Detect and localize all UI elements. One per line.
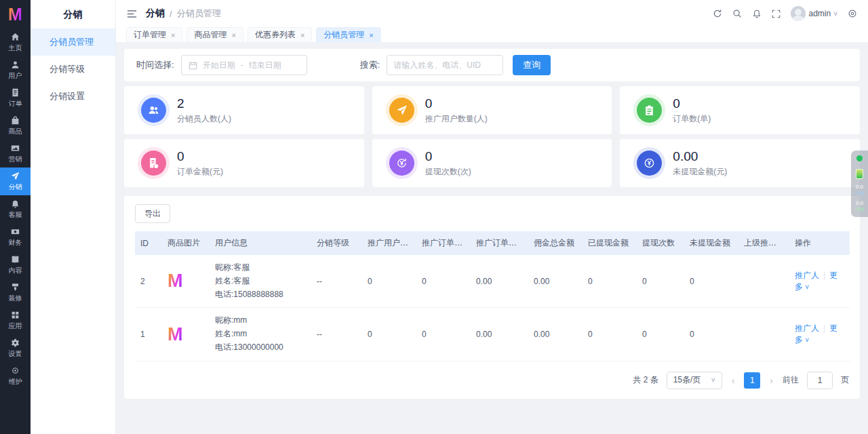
user-name-line: 姓名:客服 bbox=[215, 275, 306, 288]
primary-sidebar: M 主页 用户 订单 商品 营销 分销 客服 财务 内容 装修 应用 bbox=[0, 0, 31, 434]
sidebar-item-decorate[interactable]: 装修 bbox=[0, 279, 31, 307]
stat-value: 0 bbox=[425, 149, 471, 164]
close-icon[interactable]: × bbox=[171, 31, 175, 39]
user-name-line: 姓名:mm bbox=[215, 328, 306, 341]
tab-order-manage[interactable]: 订单管理 × bbox=[126, 27, 182, 42]
table-header-row: ID 商品图片 用户信息 分销等级 推广用户数量 推广订单数量 推广订单金额 佣… bbox=[135, 231, 850, 255]
page-number-1[interactable]: 1 bbox=[744, 372, 760, 389]
search-input[interactable] bbox=[387, 55, 503, 75]
cell-actions: 推广人|更多 ˅ bbox=[789, 255, 850, 308]
cell-level: -- bbox=[311, 255, 362, 308]
stat-card-distributor-count: 2 分销员人数(人) bbox=[124, 86, 364, 134]
secondary-sidebar: 分销 分销员管理 分销等级 分销设置 bbox=[31, 0, 116, 434]
stat-card-order-count: 0 订单数(单) bbox=[620, 86, 860, 134]
sidebar-item-marketing[interactable]: 营销 bbox=[0, 140, 31, 167]
sidebar-item-distribution[interactable]: 分销 bbox=[0, 167, 31, 195]
close-icon[interactable]: × bbox=[300, 31, 304, 39]
marketing-icon bbox=[11, 144, 20, 153]
search-icon[interactable] bbox=[732, 9, 742, 18]
home-icon bbox=[11, 33, 20, 41]
sidebar-item-finance[interactable]: 财务 bbox=[0, 223, 31, 251]
sidebar-item-product[interactable]: 商品 bbox=[0, 112, 31, 140]
tab-label: 分销员管理 bbox=[323, 29, 364, 41]
promoter-link[interactable]: 推广人 bbox=[795, 271, 819, 280]
sidebar-item-label: 设置 bbox=[9, 349, 22, 359]
clipboard-icon bbox=[637, 98, 662, 123]
main-area: 分销 / 分销员管理 admin ˅ bbox=[116, 0, 868, 434]
sidebar-item-settings[interactable]: 设置 bbox=[0, 334, 31, 362]
col-promo-orders: 推广订单数量 bbox=[416, 231, 471, 255]
sidebar-item-apps[interactable]: 应用 bbox=[0, 307, 31, 334]
cell-commission-total: 0.00 bbox=[528, 308, 583, 361]
tab-coupon-list[interactable]: 优惠券列表 × bbox=[248, 27, 312, 42]
query-button[interactable]: 查询 bbox=[513, 55, 551, 75]
date-range-picker[interactable]: 开始日期 - 结束日期 bbox=[181, 55, 307, 75]
sidebar-item-label: 主页 bbox=[9, 43, 22, 53]
page-size-select[interactable]: 15条/页 ˅ bbox=[667, 372, 722, 389]
sidebar-item-label: 内容 bbox=[9, 266, 22, 275]
sidebar-item-service[interactable]: 客服 bbox=[0, 195, 31, 223]
paint-icon bbox=[11, 283, 20, 292]
sidebar-item-home[interactable]: 主页 bbox=[0, 28, 31, 56]
stat-value: 2 bbox=[177, 96, 231, 111]
close-icon[interactable]: × bbox=[231, 31, 235, 39]
sidebar-item-content[interactable]: 内容 bbox=[0, 251, 31, 279]
cell-parent-promoter bbox=[738, 255, 789, 308]
cell-promo-users: 0 bbox=[362, 308, 416, 361]
goto-label: 前往 bbox=[783, 374, 799, 386]
submenu-item-distribution-level[interactable]: 分销等级 bbox=[31, 56, 115, 83]
col-parent-promoter: 上级推广人 bbox=[738, 231, 789, 255]
fullscreen-icon[interactable] bbox=[772, 9, 781, 18]
date-end-placeholder: 结束日期 bbox=[249, 60, 281, 71]
submenu-item-distributor-manage[interactable]: 分销员管理 bbox=[31, 28, 115, 56]
export-button[interactable]: 导出 bbox=[135, 204, 170, 223]
theme-settings-icon[interactable] bbox=[848, 9, 857, 18]
sidebar-item-order[interactable]: 订单 bbox=[0, 84, 31, 112]
distributor-table-card: 导出 ID 商品图片 用户信息 分销等级 推广用户数量 推广订单数量 推广 bbox=[124, 196, 860, 399]
close-icon[interactable]: × bbox=[369, 31, 373, 39]
refresh-icon[interactable] bbox=[713, 9, 722, 18]
chevron-down-icon[interactable]: ˅ bbox=[805, 283, 809, 291]
cell-withdraw-count: 0 bbox=[637, 255, 684, 308]
cell-promo-order-amount: 0.00 bbox=[471, 308, 528, 361]
gear-outline-icon bbox=[11, 366, 20, 375]
prev-page-icon[interactable]: ‹ bbox=[730, 375, 736, 386]
sidebar-item-label: 维护 bbox=[9, 377, 22, 387]
notification-bell-icon[interactable] bbox=[752, 9, 762, 18]
cell-level: -- bbox=[311, 308, 362, 361]
cell-avatar: M bbox=[162, 255, 210, 308]
stat-label: 订单数(单) bbox=[673, 113, 711, 125]
sidebar-item-label: 商品 bbox=[9, 127, 22, 136]
breadcrumb-separator: / bbox=[170, 9, 172, 19]
yuan-circle-icon bbox=[637, 151, 662, 176]
stat-label: 未提现金额(元) bbox=[673, 166, 727, 178]
chevron-down-icon: ˅ bbox=[833, 10, 837, 18]
user-name: admin bbox=[808, 9, 831, 18]
breadcrumb-section[interactable]: 分销 bbox=[146, 7, 165, 20]
stat-value: 0 bbox=[673, 96, 711, 111]
sidebar-item-user[interactable]: 用户 bbox=[0, 56, 31, 84]
sidebar-item-label: 装修 bbox=[9, 294, 22, 303]
date-separator: - bbox=[241, 60, 243, 70]
tab-product-manage[interactable]: 商品管理 × bbox=[186, 27, 243, 42]
user-menu[interactable]: admin ˅ bbox=[791, 6, 837, 21]
collapse-menu-icon[interactable] bbox=[127, 9, 137, 19]
goto-page-input[interactable] bbox=[807, 372, 833, 389]
submenu-item-distribution-settings[interactable]: 分销设置 bbox=[31, 83, 115, 110]
invoice-money-icon bbox=[141, 151, 166, 176]
stat-value: 0.00 bbox=[673, 149, 727, 164]
promoter-link[interactable]: 推广人 bbox=[795, 323, 819, 333]
upload-speed: 0.0 ↑K/s bbox=[855, 184, 865, 195]
user-nickname: 昵称:mm bbox=[215, 314, 306, 328]
tab-distributor-manage[interactable]: 分销员管理 × bbox=[316, 27, 380, 42]
cell-promo-orders: 0 bbox=[416, 308, 471, 361]
sidebar-item-label: 用户 bbox=[9, 71, 22, 81]
chevron-down-icon[interactable]: ˅ bbox=[805, 336, 809, 344]
col-product-image: 商品图片 bbox=[162, 231, 210, 255]
col-commission-total: 佣金总金额 bbox=[528, 231, 583, 255]
filter-bar: 时间选择: 开始日期 - 结束日期 搜索: 查询 bbox=[124, 49, 860, 81]
sidebar-item-maintain[interactable]: 维护 bbox=[0, 362, 31, 390]
pagination: 共 2 条 15条/页 ˅ ‹ 1 › 前往 页 bbox=[135, 372, 849, 389]
next-page-icon[interactable]: › bbox=[768, 375, 774, 386]
battery-icon bbox=[856, 169, 863, 179]
